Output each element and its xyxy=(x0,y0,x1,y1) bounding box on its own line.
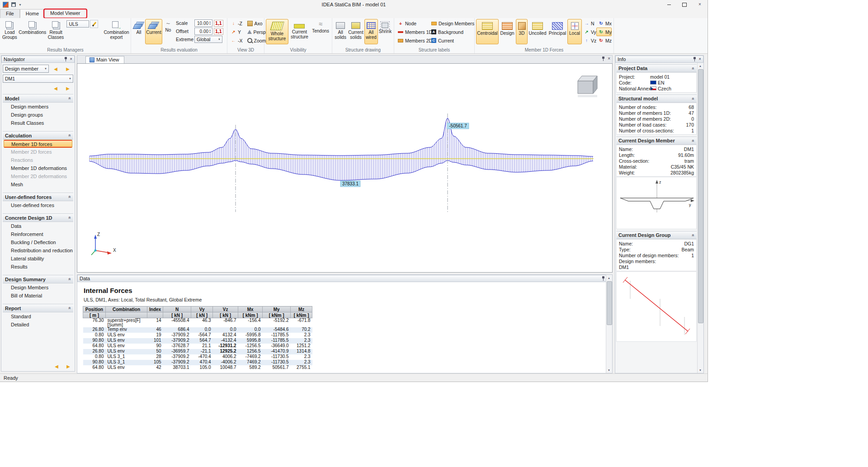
edit-result-class-button[interactable] xyxy=(90,20,98,28)
scale-down-icon[interactable]: ▼ xyxy=(209,23,211,25)
force-vy-toggle[interactable]: ↗Vy xyxy=(582,28,596,36)
save-icon[interactable] xyxy=(11,2,16,7)
nav-item-detailed[interactable]: Detailed xyxy=(3,321,73,329)
nav-section-header-calculation[interactable]: Calculation» xyxy=(3,131,73,140)
column-header-my[interactable]: My xyxy=(263,307,291,312)
scroll-down-icon[interactable]: ▼ xyxy=(698,367,703,373)
nav-section-header-user-defined-forces[interactable]: User-defined forces» xyxy=(3,193,73,201)
tab-model-viewer[interactable]: Model Viewer xyxy=(45,9,85,18)
column-header-index[interactable]: Index xyxy=(147,307,163,312)
main-view-canvas[interactable]: -50561.737833.1ZX xyxy=(77,63,613,273)
column-header-combination[interactable]: Combination xyxy=(106,307,147,312)
scroll-thumb[interactable] xyxy=(698,69,703,323)
forces-3d-button[interactable]: 3D xyxy=(516,19,528,44)
force-n-toggle[interactable]: →N xyxy=(582,19,596,28)
pin-icon[interactable] xyxy=(693,57,696,61)
all-solids-button[interactable]: All solids xyxy=(334,19,347,44)
column-header-vz[interactable]: Vz xyxy=(213,307,238,312)
view-neg-x-button[interactable]: ←-X xyxy=(229,36,245,45)
column-header-vy[interactable]: Vy xyxy=(191,307,213,312)
pin-icon[interactable] xyxy=(602,57,605,61)
previous-member-button[interactable]: ◀ xyxy=(50,65,61,73)
current-member-selector[interactable]: DM1▼ xyxy=(3,75,73,83)
nav-item-member-1d-deformations[interactable]: Member 1D deformations xyxy=(3,164,73,172)
nav-item-redistribution-and-reduction[interactable]: Redistribution and reduction xyxy=(3,246,73,255)
nav-item-member-1d-forces[interactable]: Member 1D forces xyxy=(4,140,72,148)
previous-item-button[interactable]: ◀ xyxy=(50,85,61,92)
combinations-button[interactable]: Combinations xyxy=(18,19,47,44)
nav-section-header-report[interactable]: Report» xyxy=(3,304,73,312)
pin-icon[interactable] xyxy=(602,276,605,281)
nav-item-lateral-stability[interactable]: Lateral stability xyxy=(3,255,73,263)
data-scrollbar[interactable]: ▲ ▼ xyxy=(606,275,612,373)
local-button[interactable]: Local xyxy=(567,19,582,44)
table-row[interactable]: 76.30superstr+pres[F] [Summ]14-45508.446… xyxy=(83,318,312,328)
view-neg-z-button[interactable]: ↓-Z xyxy=(229,19,245,28)
result-class-selector[interactable]: ULS xyxy=(66,20,89,28)
label-members-1d-toggle[interactable]: Members 1D xyxy=(396,28,429,36)
nav-item-user-defined-forces[interactable]: User-defined forces xyxy=(3,201,73,209)
nav-item-results[interactable]: Results xyxy=(3,263,73,271)
nav-item-reinforcement[interactable]: Reinforcement xyxy=(3,230,73,238)
tab-main-view[interactable]: Main View xyxy=(85,56,124,63)
label-members-2d-toggle[interactable]: Members 2D xyxy=(396,36,429,45)
scale-input[interactable]: 10.00▲▼ xyxy=(194,19,212,27)
current-solids-button[interactable]: Current solids xyxy=(347,19,364,44)
column-header-n[interactable]: N xyxy=(163,307,191,312)
column-header-position[interactable]: Position xyxy=(83,307,106,312)
nav-section-header-design-summary[interactable]: Design Summary» xyxy=(3,275,73,283)
moment-mz-toggle[interactable]: ↻Mz xyxy=(596,36,612,45)
result-classes-button[interactable]: Result Classes xyxy=(47,19,65,44)
nav-item-design-groups[interactable]: Design groups xyxy=(3,111,73,119)
nav-item-standard[interactable]: Standard xyxy=(3,312,73,321)
nav-section-header-model[interactable]: Model» xyxy=(3,94,73,103)
results-all-button[interactable]: All xyxy=(132,19,145,44)
offset-down-icon[interactable]: ▼ xyxy=(209,31,211,33)
nav-item-buckling-deflection[interactable]: Buckling / Deflection xyxy=(3,238,73,246)
column-header-mz[interactable]: Mz xyxy=(291,307,312,312)
navigator-forward-button[interactable]: ▶ xyxy=(63,363,74,370)
uncoiled-button[interactable]: Uncoiled xyxy=(528,19,547,44)
close-icon[interactable]: × xyxy=(608,57,610,61)
moment-mx-toggle[interactable]: ↻Mx xyxy=(596,19,612,28)
label-background-toggle[interactable]: ABackground xyxy=(429,28,472,36)
current-structure-button[interactable]: Current structure xyxy=(288,19,311,44)
principal-button[interactable]: Principal xyxy=(547,19,567,44)
tendons-button[interactable]: ≈ Tendons xyxy=(311,19,330,44)
all-wired-button[interactable]: All wired xyxy=(364,19,378,44)
scroll-down-icon[interactable]: ▼ xyxy=(606,367,612,373)
tab-home[interactable]: Home xyxy=(20,9,45,18)
scroll-up-icon[interactable]: ▲ xyxy=(606,275,612,281)
nav-item-bill-of-material[interactable]: Bill of Material xyxy=(3,292,73,300)
section-header-structural-model[interactable]: Structural model» xyxy=(616,94,697,103)
results-no-button[interactable]: ~ No xyxy=(162,19,174,44)
whole-structure-button[interactable]: Whole structure xyxy=(266,19,288,44)
nav-item-mesh[interactable]: Mesh xyxy=(3,180,73,189)
offset-input[interactable]: 0.00▲▼ xyxy=(194,28,212,35)
label-current-toggle[interactable]: CCurrent xyxy=(429,36,472,45)
section-header-current-design-member[interactable]: Current Design Member» xyxy=(616,137,697,145)
pin-icon[interactable] xyxy=(64,57,67,61)
scroll-thumb[interactable] xyxy=(607,281,612,325)
scroll-up-icon[interactable]: ▲ xyxy=(698,63,703,69)
section-header-current-design-group[interactable]: Current Design Group» xyxy=(616,231,697,239)
nav-item-data[interactable]: Data xyxy=(3,222,73,230)
minimize-button[interactable] xyxy=(661,0,677,9)
combination-export-button[interactable]: Combination export xyxy=(103,19,130,44)
shrink-button[interactable]: Shrink xyxy=(378,19,392,44)
nav-item-design-members[interactable]: Design members xyxy=(3,103,73,111)
centroidal-button[interactable]: Centroidal xyxy=(476,19,499,44)
nav-item-design-members[interactable]: Design Members xyxy=(3,283,73,292)
view-y-button[interactable]: ↗Y xyxy=(229,28,245,36)
column-header-mx[interactable]: Mx xyxy=(238,307,263,312)
info-scrollbar[interactable]: ▲ ▼ xyxy=(697,63,703,373)
scale-flag-badge[interactable]: 1,1 xyxy=(214,20,223,27)
design-member-mode-selector[interactable]: Design member▼ xyxy=(3,65,49,73)
extreme-selector[interactable]: Global▼ xyxy=(194,36,222,43)
label-node-toggle[interactable]: +Node xyxy=(396,19,429,28)
nav-item-result-classes[interactable]: Result Classes xyxy=(3,119,73,127)
app-icon[interactable] xyxy=(3,2,9,8)
force-vz-toggle[interactable]: ↑Vz xyxy=(582,36,596,45)
close-icon[interactable]: × xyxy=(70,57,72,61)
nav-section-header-concrete-design-1d[interactable]: Concrete Design 1D» xyxy=(3,213,73,222)
